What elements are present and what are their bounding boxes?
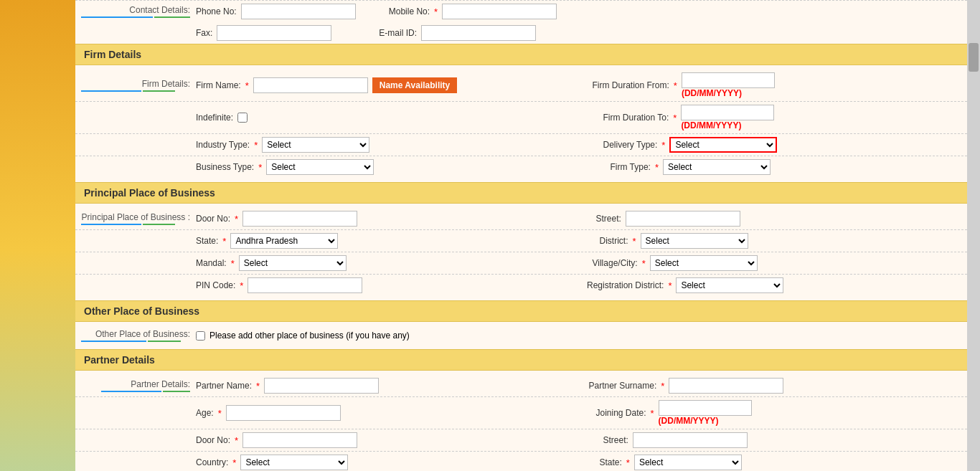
partner-door-no-input[interactable]	[242, 432, 357, 448]
other-place-checkbox[interactable]	[196, 331, 205, 341]
partner-joining-date-label: Joining Date:	[596, 408, 646, 418]
ppob-mandal-village-row: Mandal:* Select Village/City:* Select	[75, 252, 967, 274]
partner-street-input[interactable]	[633, 432, 748, 448]
ppob-state-label: State:	[196, 236, 218, 246]
business-type-select[interactable]: Select	[266, 159, 374, 175]
ppob-door-no-label: Door No:	[196, 214, 230, 224]
ppob-village-city-select[interactable]: Select	[650, 255, 758, 271]
business-type-label: Business Type:	[196, 162, 254, 172]
ppob-district-select[interactable]: Select	[641, 233, 748, 249]
ppob-district-label: District:	[600, 236, 628, 246]
indefinite-label: Indefinite:	[196, 113, 233, 123]
ppob-pin-regdistrict-row: PIN Code:* Registration District:* Selec…	[75, 274, 967, 296]
other-place-checkbox-label: Please add other place of business (if y…	[209, 330, 410, 341]
firm-duration-to-input[interactable]	[681, 105, 774, 120]
other-place-row: Other Place of Business: Please add othe…	[75, 326, 967, 345]
partner-name-label: Partner Name:	[196, 381, 252, 391]
ppob-reg-district-label: Registration District:	[587, 280, 664, 290]
phone-no-label: Phone No:	[196, 6, 237, 16]
industry-delivery-row: Industry Type:* Select Delivery Type:* S…	[75, 133, 967, 156]
firm-name-row: Firm Details: Firm Name:* Name Availabil…	[75, 70, 967, 101]
partner-state-label: State:	[600, 457, 622, 467]
partner-age-label: Age:	[196, 408, 214, 418]
mobile-no-input[interactable]	[442, 4, 557, 19]
fax-input[interactable]	[217, 25, 331, 41]
ppob-village-city-label: Village/City:	[593, 258, 638, 268]
firm-duration-from-input[interactable]	[682, 72, 775, 88]
email-input[interactable]	[421, 25, 536, 41]
scroll-thumb[interactable]	[969, 43, 979, 72]
partner-age-joining-row: Age:* Joining Date:* (DD/MM/YYYY)	[75, 396, 967, 429]
other-place-sidebar-label: Other Place of Business:	[81, 329, 190, 339]
ppob-mandal-select[interactable]: Select	[239, 255, 347, 271]
ppob-state-district-row: State:* Andhra Pradesh District:* Select	[75, 229, 967, 252]
partner-sidebar-label: Partner Details:	[81, 379, 190, 389]
partner-joining-date-hint: (DD/MM/YYYY)	[659, 416, 752, 426]
ppob-sidebar-label: Principal Place of Business :	[81, 212, 190, 222]
ppob-street-label: Street:	[596, 214, 621, 224]
delivery-type-label: Delivery Type:	[603, 140, 658, 150]
ppob-pin-code-label: PIN Code:	[196, 280, 235, 290]
partner-country-state-row: Country:* Select State:* Select	[75, 451, 967, 471]
partner-street-label: Street:	[603, 435, 628, 445]
firm-name-label: Firm Name:	[196, 80, 241, 90]
ppob-state-select[interactable]: Andhra Pradesh	[230, 233, 338, 249]
partner-name-row: Partner Details: Partner Name:* Partner …	[75, 375, 967, 396]
indefinite-checkbox[interactable]	[237, 113, 248, 123]
partner-surname-label: Partner Surname:	[589, 381, 657, 391]
partner-door-no-label: Door No:	[196, 435, 230, 445]
ppob-reg-district-select[interactable]: Select	[676, 277, 783, 293]
other-place-section-header: Other Place of Business	[75, 300, 967, 322]
contact-details-label: Contact Details:	[81, 5, 190, 15]
fax-email-row: Fax: E-mail ID:	[75, 22, 967, 44]
partner-name-input[interactable]	[264, 378, 379, 394]
firm-duration-from-hint: (DD/MM/YYYY)	[682, 88, 775, 98]
partner-joining-date-input[interactable]	[659, 400, 752, 416]
name-availability-button[interactable]: Name Availability	[372, 77, 457, 93]
firm-details-section-header: Firm Details	[75, 44, 967, 65]
indefinite-row: Indefinite: Firm Duration To:* (DD/MM/YY…	[75, 101, 967, 133]
partner-door-street-row: Door No:* Street:	[75, 429, 967, 451]
delivery-type-select[interactable]: Select	[669, 137, 777, 153]
fax-label: Fax:	[196, 28, 212, 38]
partner-country-label: Country:	[196, 457, 228, 467]
email-label: E-mail ID:	[379, 28, 417, 38]
firm-type-select[interactable]: Select	[663, 159, 771, 175]
ppob-door-no-input[interactable]	[242, 211, 357, 227]
phone-no-input[interactable]	[241, 4, 356, 19]
mobile-no-label: Mobile No:	[389, 6, 430, 16]
partner-state-select[interactable]: Select	[634, 455, 742, 470]
ppob-pin-code-input[interactable]	[248, 277, 362, 293]
scrollbar[interactable]	[967, 0, 980, 471]
business-firm-type-row: Business Type:* Select Firm Type:* Selec…	[75, 156, 967, 178]
partner-age-input[interactable]	[226, 405, 341, 421]
partner-details-section-header: Partner Details	[75, 349, 967, 371]
ppob-door-street-row: Principal Place of Business : Door No:* …	[75, 208, 967, 229]
contact-details-row: Contact Details: Phone No: Mobile No:*	[75, 0, 967, 22]
industry-type-select[interactable]: Select	[262, 137, 369, 153]
partner-country-select[interactable]: Select	[240, 455, 348, 470]
firm-name-input[interactable]	[253, 77, 368, 93]
ppob-section-header: Principal Place of Business	[75, 182, 967, 204]
firm-duration-to-label: Firm Duration To:	[603, 113, 669, 123]
firm-type-label: Firm Type:	[611, 162, 651, 172]
ppob-street-input[interactable]	[626, 211, 740, 227]
ppob-mandal-label: Mandal:	[196, 258, 227, 268]
firm-details-sidebar-label: Firm Details:	[81, 79, 190, 89]
industry-type-label: Industry Type:	[196, 140, 250, 150]
firm-duration-to-hint: (DD/MM/YYYY)	[681, 120, 774, 130]
firm-duration-from-label: Firm Duration From:	[593, 80, 669, 90]
partner-surname-input[interactable]	[669, 378, 783, 394]
